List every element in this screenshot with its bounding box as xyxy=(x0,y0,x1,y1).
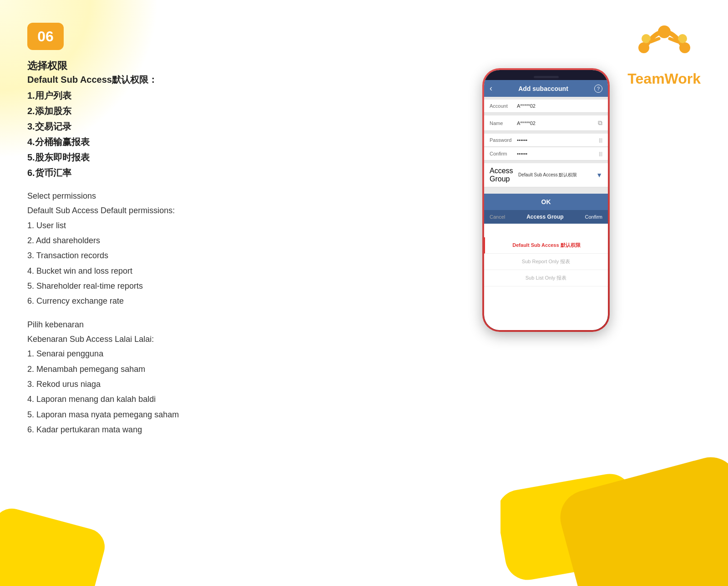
name-row: Name A*****02 ⧉ xyxy=(484,115,608,131)
password-row: Password •••••• ||| xyxy=(484,134,608,147)
header-title: Add subaccount xyxy=(518,85,568,92)
bg-bottom-left-decoration xyxy=(0,495,136,586)
copy-icon[interactable]: ⧉ xyxy=(598,119,602,127)
teamwork-logo: TeamWork xyxy=(627,9,701,87)
phone-mockup: ‹ Add subaccount ? Account A*****02 N xyxy=(482,68,610,332)
dropdown-option-2[interactable]: Sub Report Only 报表 xyxy=(484,254,608,270)
dropdown-confirm[interactable]: Confirm xyxy=(585,214,602,220)
logo-text: TeamWork xyxy=(627,70,701,87)
dropdown-spacer xyxy=(484,224,608,237)
title-malay: Pilih kebenaran xyxy=(27,317,309,332)
teamwork-logo-icon xyxy=(637,9,692,68)
step-number: 06 xyxy=(37,28,54,45)
dropdown-option-3[interactable]: Sub List Only 报表 xyxy=(484,270,608,286)
account-row: Account A*****02 xyxy=(484,100,608,113)
list-english-5: 5. Shareholder real-time reports xyxy=(27,279,309,294)
list-english-3: 3. Transaction records xyxy=(27,248,309,263)
list-malay-4: 4. Laporan menang dan kalah baldi xyxy=(27,392,309,407)
dropdown-bar: Cancel Access Group Confirm xyxy=(484,210,608,224)
step-badge: 06 xyxy=(27,23,64,50)
name-label: Name xyxy=(490,120,517,126)
list-malay-2: 2. Menambah pemegang saham xyxy=(27,362,309,377)
content-area: 选择权限 Default Sub Access默认权限： 1.用户列表 2.添加… xyxy=(27,59,309,437)
title-chinese: 选择权限 xyxy=(27,59,309,73)
list-malay-6: 6. Kadar pertukaran mata wang xyxy=(27,422,309,437)
list-chinese-2: 2.添加股东 xyxy=(27,103,309,119)
back-icon[interactable]: ‹ xyxy=(490,84,492,93)
subtitle-chinese: Default Sub Access默认权限： xyxy=(27,74,309,86)
subtitle-english: Default Sub Access Default permissions: xyxy=(27,203,309,218)
list-english-2: 2. Add shareholders xyxy=(27,233,309,248)
ok-button[interactable]: OK xyxy=(484,194,608,210)
account-label: Account xyxy=(490,103,517,109)
access-group-value: Default Sub Access 默认权限 xyxy=(515,172,596,178)
list-malay-1: 1. Senarai pengguna xyxy=(27,346,309,361)
access-group-row[interactable]: Access Group Default Sub Access 默认权限 ▼ xyxy=(484,163,608,187)
dropdown-arrow-icon: ▼ xyxy=(596,171,602,179)
dropdown-title: Access Group xyxy=(526,214,563,220)
svg-point-0 xyxy=(638,42,649,53)
confirm-row: Confirm •••••• ||| xyxy=(484,147,608,160)
list-chinese-3: 3.交易记录 xyxy=(27,119,309,134)
list-malay-5: 5. Laporan masa nyata pemegang saham xyxy=(27,407,309,422)
password-value: •••••• xyxy=(517,137,599,143)
phone-screen: ‹ Add subaccount ? Account A*****02 N xyxy=(484,70,608,330)
confirm-value: •••••• xyxy=(517,151,599,156)
phone-inner: ‹ Add subaccount ? Account A*****02 N xyxy=(484,70,608,330)
name-value: A*****02 xyxy=(517,120,598,126)
dropdown-option-1[interactable]: Default Sub Access 默认权限 xyxy=(484,237,608,254)
svg-point-2 xyxy=(658,25,671,38)
subtitle-malay: Kebenaran Sub Access Lalai Lalai: xyxy=(27,332,309,346)
phone-outer: ‹ Add subaccount ? Account A*****02 N xyxy=(482,68,610,332)
password-toggle-icon[interactable]: ||| xyxy=(599,138,602,143)
notch-pill xyxy=(534,76,559,78)
access-group-label: Access Group xyxy=(490,167,515,183)
account-value: A*****02 xyxy=(517,103,602,109)
dropdown-cancel[interactable]: Cancel xyxy=(490,214,505,220)
svg-point-1 xyxy=(679,42,690,53)
list-english-1: 1. User list xyxy=(27,218,309,233)
list-chinese-1: 1.用户列表 xyxy=(27,88,309,103)
app-header: ‹ Add subaccount ? xyxy=(484,80,608,97)
help-button[interactable]: ? xyxy=(594,85,602,93)
phone-notch xyxy=(484,70,608,80)
confirm-label: Confirm xyxy=(490,151,517,156)
form-section: Account A*****02 Name A*****02 ⧉ Passwor… xyxy=(484,97,608,194)
confirm-toggle-icon[interactable]: ||| xyxy=(599,151,602,156)
dropdown-options: Default Sub Access 默认权限 Sub Report Only … xyxy=(484,237,608,330)
title-english: Select permissions xyxy=(27,189,309,203)
list-chinese-5: 5.股东即时报表 xyxy=(27,150,309,165)
list-chinese-6: 6.货币汇率 xyxy=(27,165,309,180)
list-english-4: 4. Bucket win and loss report xyxy=(27,264,309,279)
bg-bottom-right-decoration xyxy=(500,404,728,586)
list-malay-3: 3. Rekod urus niaga xyxy=(27,377,309,392)
list-english-6: 6. Currency exchange rate xyxy=(27,294,309,309)
password-label: Password xyxy=(490,137,517,143)
list-chinese-4: 4.分桶输赢报表 xyxy=(27,134,309,150)
